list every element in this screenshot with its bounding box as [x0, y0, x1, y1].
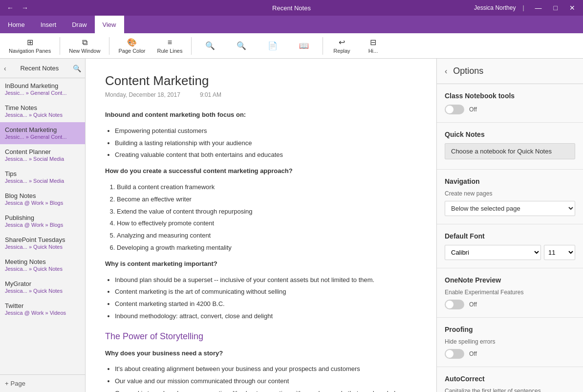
- menu-home[interactable]: Home: [0, 16, 33, 33]
- main-layout: ‹ Recent Notes 🔍 InBound Marketing Jessi…: [0, 59, 583, 392]
- zoom-out-button[interactable]: 🔍: [195, 39, 225, 52]
- toolbar-divider-2: [109, 37, 109, 55]
- add-page-icon: +: [5, 380, 9, 387]
- proofing-toggle[interactable]: [445, 349, 464, 359]
- sidebar-item-mygrator[interactable]: MyGrator Jessica... » Quick Notes: [0, 276, 85, 298]
- autocorrect-section: AutoCorrect Capitalize the first letter …: [437, 367, 583, 392]
- title-bar: ← → Recent Notes Jessica Northey | — □ ✕: [0, 0, 583, 16]
- sidebar-item-content-planner[interactable]: Content Planner Jessica... » Social Medi…: [0, 144, 85, 166]
- sidebar-item-twitter[interactable]: Twitter Jessica @ Work » Videos: [0, 298, 85, 320]
- default-font-section: Default Font Calibri Arial Times New Rom…: [437, 224, 583, 268]
- sidebar-item-inbound[interactable]: InBound Marketing Jessic... » General Co…: [0, 78, 85, 100]
- class-notebook-toggle[interactable]: [445, 105, 464, 114]
- page-view-button[interactable]: 📄: [258, 39, 287, 52]
- question3-bold: Why does your business need a story?: [105, 349, 223, 357]
- intro-text: Inbound and content marketing both focus…: [105, 110, 417, 120]
- navigation-dropdown[interactable]: Below the selected page At the end of se…: [445, 201, 575, 216]
- nav-panes-icon: ⊞: [27, 38, 33, 47]
- page-meta: Monday, December 18, 2017 9:01 AM: [105, 91, 417, 98]
- sidebar-item-tips[interactable]: Tips Jessica... » Social Media: [0, 166, 85, 188]
- onenote-preview-toggle-label: Off: [469, 301, 477, 308]
- proofing-subtitle: Hide spelling errors: [445, 338, 575, 345]
- maximize-button[interactable]: □: [550, 3, 561, 13]
- list-2: Build a content creation framework Becom…: [117, 182, 417, 253]
- reading-view-icon: 📖: [299, 41, 309, 50]
- options-title: Options: [453, 66, 483, 76]
- replay-button[interactable]: ↩ Replay: [327, 36, 356, 56]
- rule-lines-button[interactable]: ≡ Rule Lines: [152, 36, 187, 56]
- navigation-section: Navigation Create new pages Below the se…: [437, 170, 583, 224]
- list-item: Developing a growth marketing mentality: [117, 243, 417, 253]
- hide-button[interactable]: ⊟ Hi...: [358, 36, 388, 56]
- menu-view[interactable]: View: [95, 16, 124, 33]
- zoom-in-icon: 🔍: [237, 41, 246, 50]
- replay-label: Replay: [333, 48, 350, 54]
- autocorrect-subtitle: Capitalize the first letter of sentences: [445, 388, 575, 392]
- onenote-preview-subtitle: Enable Experimental Features: [445, 289, 575, 296]
- nav-panes-label: Navigation Panes: [9, 48, 51, 54]
- proofing-title: Proofing: [445, 326, 575, 333]
- rule-lines-icon: ≡: [168, 38, 172, 47]
- question-1: How do you create a successful content m…: [105, 166, 417, 176]
- list-item: Inbound plan should be a superset -- inc…: [115, 275, 417, 285]
- list-item: Content marketing started in 4200 B.C.: [115, 299, 417, 309]
- sidebar-item-title: Meeting Notes: [5, 258, 80, 265]
- navigation-panes-button[interactable]: ⊞ Navigation Panes: [4, 36, 56, 56]
- close-button[interactable]: ✕: [565, 3, 579, 13]
- menu-draw[interactable]: Draw: [64, 16, 94, 33]
- list-item: Building a lasting relationship with you…: [115, 138, 417, 149]
- window-title: Recent Notes: [272, 4, 311, 12]
- zoom-in-button[interactable]: 🔍: [227, 39, 256, 52]
- sidebar-item-path: Jessica @ Work » Videos: [5, 310, 80, 316]
- options-panel: ‹ Options Class Notebook tools Off Quick…: [436, 59, 583, 392]
- sidebar-item-sharepoint[interactable]: SharePoint Tuesdays Jessica... » Quick N…: [0, 232, 85, 254]
- font-family-select[interactable]: Calibri Arial Times New Roman Segoe UI: [445, 245, 541, 260]
- menu-insert[interactable]: Insert: [33, 16, 65, 33]
- choose-notebook-button[interactable]: Choose a notebook for Quick Notes: [445, 143, 575, 159]
- sidebar-item-path: Jessica... » Quick Notes: [5, 266, 80, 272]
- menu-bar: Home Insert Draw View: [0, 16, 583, 33]
- page-view-icon: 📄: [268, 41, 278, 50]
- list-item: Our goal is to make a human connection. …: [115, 389, 417, 392]
- font-row: Calibri Arial Times New Roman Segoe UI 8…: [445, 245, 575, 260]
- sidebar-item-path: Jessic... » General Cont...: [5, 90, 80, 96]
- list-item: Creating valuable content that both ente…: [115, 150, 417, 160]
- list-item: Content marketing is the art of communic…: [115, 287, 417, 297]
- sidebar-item-blog-notes[interactable]: Blog Notes Jessica @ Work » Blogs: [0, 188, 85, 210]
- sidebar-item-publishing[interactable]: Publishing Jessica @ Work » Blogs: [0, 210, 85, 232]
- question-2: Why is content marketing important?: [105, 259, 417, 269]
- sidebar-item-time-notes[interactable]: Time Notes Jessica... » Quick Notes: [0, 100, 85, 122]
- sidebar-item-title: InBound Marketing: [5, 82, 80, 89]
- sidebar-item-meeting-notes[interactable]: Meeting Notes Jessica... » Quick Notes: [0, 254, 85, 276]
- add-page-button[interactable]: + Page: [0, 374, 85, 392]
- page-color-button[interactable]: 🎨 Page Color: [113, 36, 150, 56]
- question2-bold: Why is content marketing important?: [105, 260, 217, 267]
- zoom-out-icon: 🔍: [205, 41, 215, 50]
- sidebar-item-path: Jessica @ Work » Blogs: [5, 222, 80, 228]
- font-size-select[interactable]: 8 9 10 11 12 14 16: [544, 245, 575, 260]
- minimize-button[interactable]: —: [531, 3, 546, 13]
- back-button[interactable]: ←: [4, 3, 17, 13]
- new-window-button[interactable]: ⧉ New Window: [64, 36, 105, 56]
- proofing-toggle-row: Off: [445, 349, 575, 359]
- sidebar-item-content-marketing[interactable]: Content Marketing Jessic... » General Co…: [0, 122, 85, 144]
- options-back-button[interactable]: ‹: [445, 67, 447, 76]
- onenote-preview-toggle[interactable]: [445, 300, 464, 309]
- sidebar-back-button[interactable]: ‹: [4, 65, 6, 72]
- forward-button[interactable]: →: [19, 3, 31, 13]
- navigation-subtitle: Create new pages: [445, 190, 575, 197]
- hide-icon: ⊟: [370, 38, 376, 47]
- list-item: Extend the value of content through repu…: [117, 207, 417, 217]
- content-area: Content Marketing Monday, December 18, 2…: [86, 59, 436, 392]
- class-notebook-toggle-label: Off: [469, 106, 477, 113]
- list-item: Empowering potential customers: [115, 126, 417, 136]
- class-notebook-toggle-row: Off: [445, 105, 575, 114]
- title-bar-left: ← →: [4, 3, 31, 13]
- list-item: Our value and our mission communicated t…: [115, 376, 417, 387]
- sidebar-item-path: Jessica... » Social Media: [5, 178, 80, 184]
- sidebar: ‹ Recent Notes 🔍 InBound Marketing Jessi…: [0, 59, 86, 392]
- separator: |: [522, 4, 524, 11]
- page-title: Content Marketing: [105, 73, 417, 88]
- sidebar-search-button[interactable]: 🔍: [73, 65, 81, 72]
- reading-view-button[interactable]: 📖: [289, 39, 319, 52]
